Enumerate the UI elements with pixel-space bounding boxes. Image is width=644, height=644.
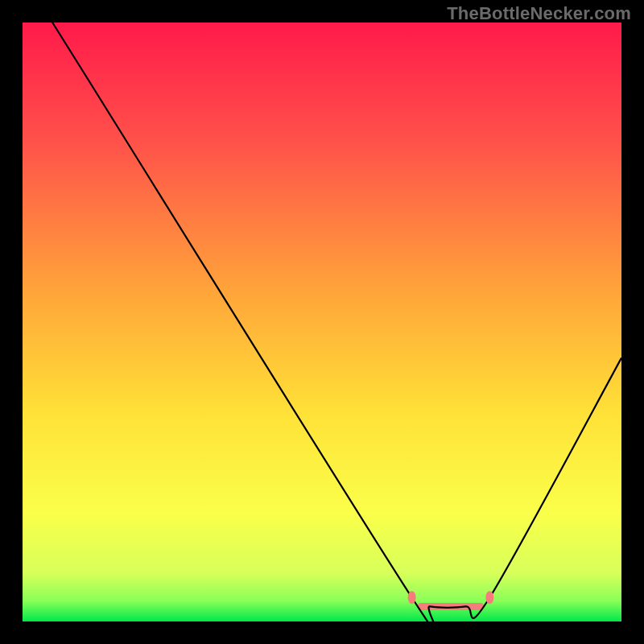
watermark-text: TheBottleNecker.com — [447, 3, 631, 24]
plot-background — [23, 23, 621, 621]
curve-marker — [485, 591, 493, 604]
curve-marker — [408, 591, 416, 604]
fit-band — [418, 603, 484, 610]
chart-canvas — [0, 0, 644, 644]
